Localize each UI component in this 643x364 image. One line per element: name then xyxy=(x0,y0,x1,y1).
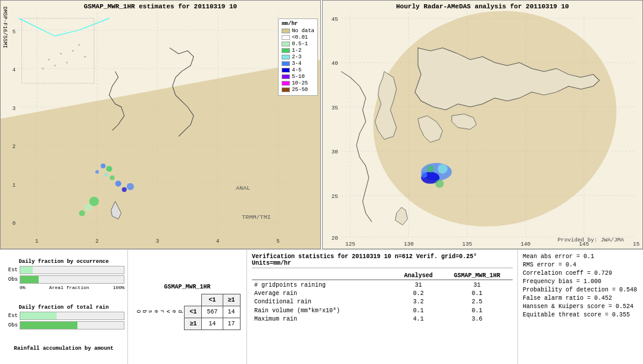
svg-point-32 xyxy=(89,197,99,206)
est-label-rain: Est xyxy=(3,313,18,319)
stat-mean-abs-error: Mean abs error = 0.1 xyxy=(523,253,638,260)
stat-analysed-3: 0.1 xyxy=(395,306,442,315)
bottom-section: Daily fraction by occurrence Est Obs 0% … xyxy=(0,250,643,364)
svg-point-36 xyxy=(60,53,62,55)
svg-point-24 xyxy=(101,164,105,168)
stat-ets: Equitable threat score = 0.355 xyxy=(523,312,638,318)
contingency-title: GSMAP_MWR_1HR xyxy=(164,284,210,290)
col-header-gsmap: GSMAP_MWR_1HR xyxy=(442,271,513,280)
est-label-occurrence: Est xyxy=(3,267,18,273)
svg-text:35: 35 xyxy=(332,105,338,111)
row-header-ge1: ≥1 xyxy=(185,318,202,330)
svg-text:5: 5 xyxy=(276,238,279,244)
svg-point-74 xyxy=(427,165,434,172)
stat-analysed-0: 31 xyxy=(395,281,442,290)
svg-point-34 xyxy=(79,210,85,216)
map-legend: mm/hr No data <0.01 0.5-1 1-2 2-3 xyxy=(278,18,318,96)
col-header-ge1: ≥1 xyxy=(223,294,240,306)
stat-row-3: Rain volume (mm*km²x10⁸) 0.1 0.1 xyxy=(252,306,513,315)
rain-title: Daily fraction of total rain xyxy=(3,305,124,310)
legend-4-5: 4-5 xyxy=(282,67,314,73)
obs-label-rain: Obs xyxy=(3,322,18,328)
est-occurrence-row: Est xyxy=(3,266,124,274)
svg-text:4: 4 xyxy=(13,67,15,73)
svg-point-38 xyxy=(84,56,86,58)
legend-1-2: 1-2 xyxy=(282,48,314,54)
svg-point-28 xyxy=(110,175,114,180)
svg-text:0: 0 xyxy=(13,220,15,227)
stat-row-0: # gridpoints raining 31 31 xyxy=(252,281,513,290)
svg-text:20: 20 xyxy=(332,235,338,241)
right-stats-panel: Mean abs error = 0.1 RMS error = 0.4 Cor… xyxy=(518,250,643,364)
svg-point-73 xyxy=(438,164,448,174)
stat-analysed-1: 0.2 xyxy=(395,290,442,298)
col-header-less1: <1 xyxy=(202,294,223,306)
left-map-svg: 5 4 3 2 1 0 1 2 3 4 5 xyxy=(1,1,320,249)
legend-2-3: 2-3 xyxy=(282,54,314,60)
stats-table: Analysed GSMAP_MWR_1HR # gridpoints rain… xyxy=(252,271,513,324)
legend-25-50: 25-50 xyxy=(282,87,314,93)
charts-panel: Daily fraction by occurrence Est Obs 0% … xyxy=(0,250,128,364)
stats-panel: Verification statistics for 20110319 10 … xyxy=(247,250,518,364)
svg-point-37 xyxy=(72,50,74,52)
stat-far: False alarm ratio = 0.452 xyxy=(523,295,638,302)
svg-point-42 xyxy=(78,44,80,46)
stat-gsmap-4: 3.6 xyxy=(442,315,513,324)
svg-text:2: 2 xyxy=(95,238,98,244)
svg-text:30: 30 xyxy=(332,149,338,155)
right-map-panel: Hourly Radar-AMeDAS analysis for 2011031… xyxy=(322,0,643,249)
svg-point-30 xyxy=(122,187,127,192)
legend-001-label: <0.01 xyxy=(292,34,308,40)
svg-text:4: 4 xyxy=(216,238,219,244)
stat-analysed-2: 3.2 xyxy=(395,298,442,306)
stat-rms-error: RMS error = 0.4 xyxy=(523,262,638,268)
svg-point-33 xyxy=(85,204,92,211)
rain-chart-group: Daily fraction of total rain Est Obs xyxy=(3,305,124,331)
legend-3-4: 3-4 xyxy=(282,61,314,67)
stat-row-4: Maximum rain 4.1 3.6 xyxy=(252,315,513,324)
svg-text:25: 25 xyxy=(332,193,338,200)
stat-label-0: # gridpoints raining xyxy=(252,281,395,290)
svg-text:3: 3 xyxy=(156,238,159,244)
svg-text:ANAL: ANAL xyxy=(236,185,250,192)
svg-point-75 xyxy=(421,172,427,178)
occurrence-title: Daily fraction by occurrence xyxy=(3,259,124,265)
svg-point-39 xyxy=(54,65,56,67)
right-map-svg: 45 40 35 30 25 20 125 130 135 140 145 15 xyxy=(323,1,642,249)
cell-ge1-less1: 14 xyxy=(202,318,223,330)
svg-point-27 xyxy=(95,170,99,174)
svg-point-40 xyxy=(66,62,68,64)
occurrence-axis: 0% Areal fraction 100% xyxy=(3,285,124,290)
cell-less1-ge1: 14 xyxy=(223,306,240,318)
cell-less1-less1: 567 xyxy=(202,306,223,318)
stat-label-2: Conditional rain xyxy=(252,298,395,306)
est-rain-bar-container xyxy=(20,312,124,320)
svg-text:125: 125 xyxy=(345,241,355,247)
obs-row-label: Observed xyxy=(135,310,183,314)
stat-label-3: Rain volume (mm*km²x10⁸) xyxy=(252,306,395,315)
legend-10-25: 10-25 xyxy=(282,80,314,86)
legend-5-10: 5-10 xyxy=(282,74,314,80)
stat-corr-coeff: Correlation coeff = 0.729 xyxy=(523,270,638,277)
obs-label-occurrence: Obs xyxy=(3,277,18,283)
stat-row-1: Average rain 0.2 0.1 xyxy=(252,290,513,298)
svg-point-76 xyxy=(435,180,444,188)
col-header-analysed: Analysed xyxy=(395,271,442,280)
stat-gsmap-2: 2.5 xyxy=(442,298,513,306)
svg-text:TRMM/TMI: TRMM/TMI xyxy=(242,214,271,221)
occurrence-axis-end: 100% xyxy=(113,285,124,290)
est-rain-row: Est xyxy=(3,312,124,320)
svg-text:Provided by: JWA/JMA: Provided by: JWA/JMA xyxy=(558,237,625,243)
contingency-table: Observed <1 ≥1 <1 567 14 ≥1 14 17 xyxy=(134,294,240,330)
cell-ge1-ge1: 17 xyxy=(223,318,240,330)
est-rain-bar xyxy=(20,312,57,319)
obs-rain-bar-container xyxy=(20,321,124,330)
legend-2-3-label: 2-3 xyxy=(292,54,301,60)
obs-occurrence-bar-container xyxy=(20,275,124,284)
obs-occurrence-row: Obs xyxy=(3,275,124,284)
stat-hk-score: Hanssen & Kuipers score = 0.524 xyxy=(523,303,638,310)
svg-text:140: 140 xyxy=(520,241,530,247)
stat-gsmap-0: 31 xyxy=(442,281,513,290)
legend-25-50-label: 25-50 xyxy=(292,87,308,93)
stat-pod: Probability of detection = 0.548 xyxy=(523,287,638,293)
